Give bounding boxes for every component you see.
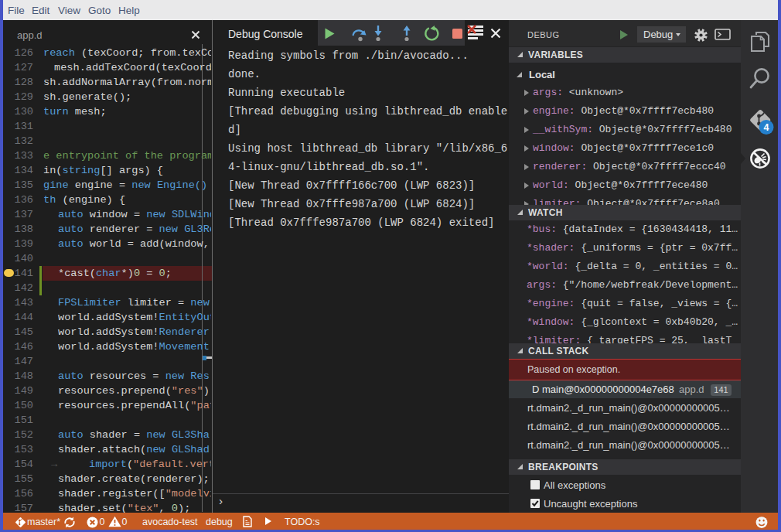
svg-text:4: 4: [764, 122, 769, 133]
